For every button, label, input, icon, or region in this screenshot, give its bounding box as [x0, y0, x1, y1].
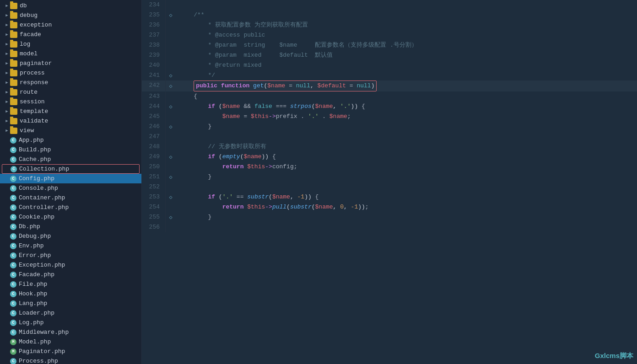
sidebar-item-Model-php[interactable]: MModel.php [0, 337, 141, 347]
sidebar-item-Middleware-php[interactable]: CMiddleware.php [0, 327, 141, 337]
code-editor[interactable]: 234235◇ /**236 * 获取配置参数 为空则获取所有配置237 * @… [142, 0, 637, 364]
sidebar-item-model[interactable]: model [0, 49, 141, 59]
sidebar-item-Error-php[interactable]: CError.php [0, 251, 141, 260]
tree-item-label: session [20, 98, 45, 105]
sidebar-item-Collection-php[interactable]: CCollection.php [2, 164, 140, 174]
tree-item-label: Cookie.php [19, 214, 54, 220]
tree-item-label: Hook.php [19, 290, 47, 297]
tree-item-label: db [20, 2, 27, 9]
file-icon: C [10, 243, 16, 249]
file-icon: C [11, 166, 17, 172]
sidebar-item-facade[interactable]: facade [0, 30, 141, 39]
sidebar-item-session[interactable]: session [0, 97, 141, 107]
gutter-icon: ◇ [166, 172, 176, 182]
tree-item-label: Debug.php [19, 233, 51, 240]
sidebar-item-Console-php[interactable]: CConsole.php [0, 183, 141, 193]
tree-item-label: Env.php [19, 242, 44, 249]
file-icon: C [10, 272, 16, 278]
expand-arrow [4, 118, 10, 123]
sidebar-item-Loader-php[interactable]: CLoader.php [0, 308, 141, 318]
tree-item-label: Config.php [19, 175, 54, 182]
sidebar-item-view[interactable]: view [0, 126, 141, 135]
file-icon: C [10, 252, 16, 259]
line-content: if ('.' == substr($name, -1)) { [176, 192, 637, 202]
sidebar-item-App-php[interactable]: CApp.php [0, 135, 141, 145]
line-number: 246 [142, 122, 166, 132]
code-line-253: 253◇ if ('.' == substr($name, -1)) { [142, 192, 637, 202]
sidebar-item-debug[interactable]: debug [0, 11, 141, 20]
folder-icon [10, 41, 17, 48]
file-icon: M [10, 339, 16, 345]
line-number: 238 [142, 40, 166, 50]
line-number: 240 [142, 60, 166, 70]
sidebar-item-Db-php[interactable]: CDb.php [0, 222, 141, 231]
tree-item-label: Paginator.php [19, 348, 65, 355]
sidebar-item-Facade-php[interactable]: CFacade.php [0, 270, 141, 279]
sidebar-item-template[interactable]: template [0, 107, 141, 116]
tree-item-label: Facade.php [19, 271, 54, 278]
code-line-250: 250 return $this->config; [142, 162, 637, 172]
sidebar-item-Debug-php[interactable]: CDebug.php [0, 231, 141, 241]
sidebar-item-Lang-php[interactable]: CLang.php [0, 299, 141, 308]
folder-icon [10, 3, 17, 9]
sidebar-item-Controller-php[interactable]: CController.php [0, 203, 141, 212]
gutter-icon [166, 182, 176, 192]
expand-arrow [4, 51, 10, 56]
sidebar-item-validate[interactable]: validate [0, 116, 141, 126]
sidebar-item-Cookie-php[interactable]: CCookie.php [0, 212, 141, 222]
file-icon: C [10, 195, 16, 201]
line-number: 248 [142, 142, 166, 152]
sidebar-item-Hook-php[interactable]: CHook.php [0, 289, 141, 299]
gutter-icon [166, 91, 176, 102]
file-tree[interactable]: dbdebugexceptionfacadelogmodelpaginatorp… [0, 0, 142, 364]
sidebar-item-response[interactable]: response [0, 78, 141, 87]
line-number: 239 [142, 50, 166, 60]
sidebar-item-Log-php[interactable]: CLog.php [0, 318, 141, 327]
folder-icon [10, 51, 17, 57]
tree-item-label: log [20, 41, 30, 48]
expand-arrow [4, 70, 10, 75]
tree-item-label: Container.php [19, 194, 65, 201]
sidebar-item-route[interactable]: route [0, 87, 141, 97]
line-number: 250 [142, 162, 166, 172]
code-line-240: 240 * @return mixed [142, 60, 637, 70]
sidebar-item-paginator[interactable]: paginator [0, 59, 141, 68]
tree-item-label: App.php [19, 137, 44, 144]
file-icon: C [10, 185, 16, 192]
tree-item-label: Exception.php [19, 262, 65, 268]
sidebar-item-exception[interactable]: exception [0, 20, 141, 30]
expand-arrow [4, 90, 10, 95]
line-content: if (empty($name)) { [176, 152, 637, 162]
code-line-247: 247 [142, 132, 637, 142]
sidebar-item-log[interactable]: log [0, 39, 141, 49]
gutter-icon: ◇ [166, 122, 176, 132]
folder-icon [10, 108, 17, 115]
file-icon: C [10, 291, 16, 297]
folder-icon [10, 12, 17, 19]
tree-item-label: template [20, 108, 48, 115]
line-content: $name = $this->prefix . '.' . $name; [176, 112, 637, 122]
sidebar-item-Cache-php[interactable]: CCache.php [0, 155, 141, 164]
sidebar-item-Container-php[interactable]: CContainer.php [0, 193, 141, 203]
tree-item-label: Lang.php [19, 300, 47, 307]
code-line-235: 235◇ /** [142, 10, 637, 20]
tree-item-label: Process.php [19, 358, 58, 364]
sidebar-item-Paginator-php[interactable]: MPaginator.php [0, 347, 141, 356]
gutter-icon: ◇ [166, 192, 176, 202]
sidebar-item-db[interactable]: db [0, 1, 141, 11]
line-number: 237 [142, 30, 166, 40]
sidebar-item-process[interactable]: process [0, 68, 141, 78]
gutter-icon: ◇ [166, 102, 176, 112]
sidebar-item-Env-php[interactable]: CEnv.php [0, 241, 141, 251]
tree-item-label: Log.php [19, 319, 44, 326]
sidebar-item-Process-php[interactable]: CProcess.php [0, 356, 141, 364]
sidebar-item-Config-php[interactable]: CConfig.php [0, 174, 141, 183]
sidebar-item-Exception-php[interactable]: CException.php [0, 260, 141, 270]
sidebar-item-File-php[interactable]: CFile.php [0, 279, 141, 289]
folder-icon [10, 60, 17, 67]
sidebar-item-Build-php[interactable]: CBuild.php [0, 145, 141, 155]
tree-item-label: exception [20, 21, 52, 28]
folder-icon [10, 99, 17, 105]
tree-item-label: Error.php [19, 252, 51, 259]
code-line-242: 242◇ public function get($name = null, $… [142, 80, 637, 91]
